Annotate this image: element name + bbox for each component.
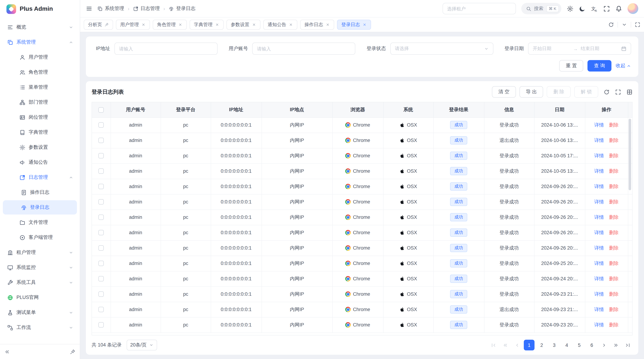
breadcrumb-item[interactable]: 系统管理 xyxy=(97,5,124,12)
fullscreen-table-icon[interactable] xyxy=(615,89,621,95)
delete-link[interactable]: 删除 xyxy=(609,261,618,266)
page-number-button[interactable]: 3 xyxy=(549,340,560,351)
sidebar-item[interactable]: 工作流 xyxy=(3,320,77,335)
row-checkbox[interactable] xyxy=(98,230,104,235)
last-page-button[interactable] xyxy=(622,340,632,351)
close-tab-icon[interactable] xyxy=(252,22,256,27)
sidebar-item[interactable]: 字典管理 xyxy=(3,125,77,139)
detail-link[interactable]: 详情 xyxy=(594,291,604,297)
row-checkbox[interactable] xyxy=(98,276,104,282)
sidebar-item[interactable]: 文件管理 xyxy=(3,215,77,230)
clear-button[interactable]: 清 空 xyxy=(492,86,516,98)
hamburger-menu-icon[interactable] xyxy=(86,5,92,12)
delete-link[interactable]: 删除 xyxy=(609,245,618,251)
sidebar-item[interactable]: 通知公告 xyxy=(3,155,77,169)
detail-link[interactable]: 详情 xyxy=(594,230,604,235)
fullscreen-icon[interactable] xyxy=(603,5,610,12)
status-filter-select[interactable]: 请选择 xyxy=(390,42,493,55)
delete-link[interactable]: 删除 xyxy=(609,137,618,143)
delete-link[interactable]: 删除 xyxy=(609,276,618,281)
detail-link[interactable]: 详情 xyxy=(594,322,604,327)
sidebar-item[interactable]: 系统监控 xyxy=(3,260,77,275)
row-checkbox[interactable] xyxy=(98,122,104,128)
close-tab-icon[interactable] xyxy=(362,22,367,27)
row-checkbox[interactable] xyxy=(98,307,104,312)
export-button[interactable]: 导 出 xyxy=(519,86,543,98)
prev-page-button[interactable] xyxy=(512,340,522,351)
date-range-picker[interactable]: 开始日期 → 结束日期 xyxy=(528,42,631,55)
notification-bell-icon[interactable] xyxy=(616,5,622,12)
detail-link[interactable]: 详情 xyxy=(594,214,604,220)
page-number-button[interactable]: 5 xyxy=(574,340,584,351)
app-logo[interactable]: Plus Admin xyxy=(0,0,80,18)
pin-sidebar-button[interactable] xyxy=(70,349,76,355)
row-checkbox[interactable] xyxy=(98,169,104,174)
sidebar-item[interactable]: 菜单管理 xyxy=(3,80,77,94)
detail-link[interactable]: 详情 xyxy=(594,168,604,174)
breadcrumb-item[interactable]: 登录日志 xyxy=(169,5,196,12)
row-checkbox[interactable] xyxy=(98,292,104,297)
next-page-button[interactable] xyxy=(599,340,609,351)
sidebar-item[interactable]: 登录日志 xyxy=(3,200,77,215)
delete-link[interactable]: 删除 xyxy=(609,291,618,297)
reset-button[interactable]: 重 置 xyxy=(560,60,583,71)
detail-link[interactable]: 详情 xyxy=(594,122,604,127)
page-number-button[interactable]: 1 xyxy=(524,340,534,351)
detail-link[interactable]: 详情 xyxy=(594,199,604,204)
settings-gear-icon[interactable] xyxy=(567,5,574,12)
language-translate-icon[interactable]: 文A xyxy=(591,5,598,12)
delete-button[interactable]: 删 除 xyxy=(547,86,571,98)
dark-mode-moon-icon[interactable] xyxy=(579,5,586,12)
select-all-checkbox[interactable] xyxy=(98,107,104,112)
page-number-button[interactable]: 2 xyxy=(536,340,547,351)
delete-link[interactable]: 删除 xyxy=(609,122,618,127)
sidebar-item[interactable]: 参数设置 xyxy=(3,140,77,154)
user-avatar[interactable] xyxy=(628,3,638,14)
row-checkbox[interactable] xyxy=(98,199,104,205)
page-number-button[interactable]: 4 xyxy=(561,340,572,351)
tab[interactable]: 操作日志 xyxy=(300,20,334,30)
sidebar-item[interactable]: 测试菜单 xyxy=(3,305,77,320)
delete-link[interactable]: 删除 xyxy=(609,199,618,204)
delete-link[interactable]: 删除 xyxy=(609,214,618,220)
close-tab-icon[interactable] xyxy=(141,22,146,27)
detail-link[interactable]: 详情 xyxy=(594,153,604,158)
tab[interactable]: 角色管理 xyxy=(153,20,187,30)
sidebar-item[interactable]: 概览 xyxy=(3,20,77,34)
table-scrollbar[interactable] xyxy=(628,119,631,190)
sidebar-item[interactable]: 系统工具 xyxy=(3,275,77,290)
delete-link[interactable]: 删除 xyxy=(609,153,618,158)
detail-link[interactable]: 详情 xyxy=(594,137,604,143)
maximize-content-icon[interactable] xyxy=(635,22,640,27)
sidebar-item[interactable]: PLUS官网 xyxy=(3,290,77,305)
sidebar-item[interactable]: 部门管理 xyxy=(3,95,77,109)
global-search-button[interactable]: 搜索 ⌘ K xyxy=(521,3,561,14)
breadcrumb-item[interactable]: 日志管理 xyxy=(133,5,160,12)
close-tab-icon[interactable] xyxy=(178,22,182,27)
account-filter-input[interactable] xyxy=(252,42,355,55)
ip-filter-input[interactable] xyxy=(114,42,218,55)
detail-link[interactable]: 详情 xyxy=(594,184,604,189)
tab[interactable]: 字典管理 xyxy=(190,20,224,30)
sidebar-item[interactable]: 用户管理 xyxy=(3,50,77,64)
collapse-filter-link[interactable]: 收起 xyxy=(616,62,631,69)
delete-link[interactable]: 删除 xyxy=(609,168,618,174)
sidebar-item[interactable]: 角色管理 xyxy=(3,65,77,79)
page-number-button[interactable]: 6 xyxy=(586,340,597,351)
delete-link[interactable]: 删除 xyxy=(609,307,618,312)
close-tab-icon[interactable] xyxy=(289,22,293,27)
detail-link[interactable]: 详情 xyxy=(594,276,604,281)
tab-options-chevron-icon[interactable] xyxy=(622,22,627,27)
delete-link[interactable]: 删除 xyxy=(609,322,618,327)
tab[interactable]: 通知公告 xyxy=(263,20,297,30)
detail-link[interactable]: 详情 xyxy=(594,245,604,251)
sidebar-item[interactable]: 日志管理 xyxy=(3,170,77,185)
refresh-page-icon[interactable] xyxy=(608,22,614,27)
column-settings-icon[interactable] xyxy=(626,89,632,95)
detail-link[interactable]: 详情 xyxy=(594,307,604,312)
first-page-button[interactable] xyxy=(488,340,498,351)
close-tab-icon[interactable] xyxy=(326,22,330,27)
tenant-select-input[interactable] xyxy=(442,3,516,14)
tab[interactable]: 参数设置 xyxy=(226,20,260,30)
delete-link[interactable]: 删除 xyxy=(609,184,618,189)
